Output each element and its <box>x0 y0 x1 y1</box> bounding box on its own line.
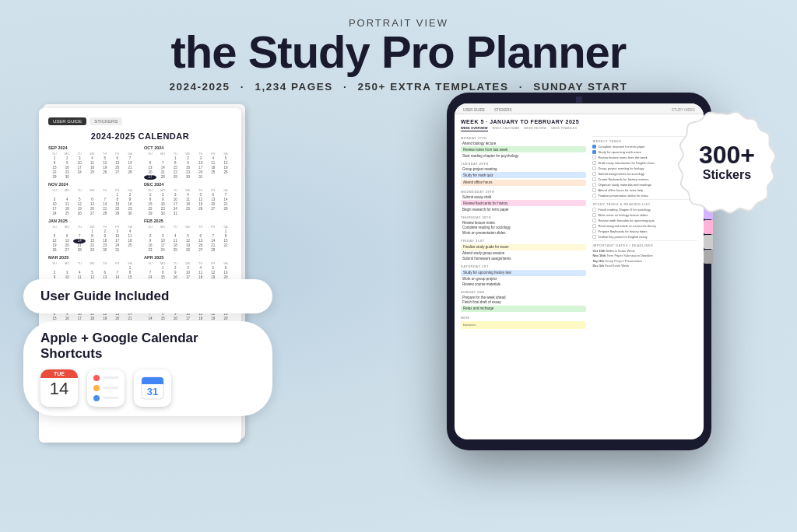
reminders-icon <box>87 369 125 407</box>
dec-2024: DEC 2024 SUMOTUWETHFRSA 1234567 89101112… <box>144 182 232 216</box>
tablet-camera <box>576 96 582 103</box>
week-nav-finances[interactable]: WEEK FINANCES <box>551 126 577 131</box>
dec-title: DEC 2024 <box>144 182 232 187</box>
shortcuts-badge: Apple + Google Calendar Shortcuts TUE 14 <box>23 321 272 416</box>
main-container: PORTRAIT VIEW the Study Pro Planner 2024… <box>0 0 797 532</box>
jan-grid: SUMOTUWETHFRSA 1234 567891011 1213141516… <box>48 225 136 253</box>
nov-2024: NOV 2024 SUMOTUWETHFRSA 12 3456789 10111… <box>48 182 136 216</box>
cal-tab-stickers: STICKERS <box>90 117 122 125</box>
sticker-badge: 300+ Stickers <box>672 108 781 217</box>
dot2: · <box>343 81 347 93</box>
jan-2025: JAN 2025 SUMOTUWETHFRSA 1234 567891011 1… <box>48 219 136 253</box>
cal-row-2: NOV 2024 SUMOTUWETHFRSA 12 3456789 10111… <box>48 182 232 216</box>
week-nav: WEEK OVERVIEW WEEK CALENDAR WEEK REVIEW … <box>461 126 697 131</box>
oct-title: OCT 2024 <box>144 145 232 150</box>
tablet-two-col: MONDAY 27TH Attend biology lecture Revie… <box>461 136 697 329</box>
shortcuts-icons: TUE 14 <box>40 369 255 407</box>
week-nav-review[interactable]: WEEK REVIEW <box>524 126 546 131</box>
tablet-container: USER GUIDE STICKERS STUDY INDEX WEEK 5 ·… <box>447 93 711 450</box>
templates-label: 250+ EXTRA TEMPLATES <box>357 81 508 93</box>
svg-text:31: 31 <box>147 386 158 397</box>
day-thursday: THURSDAY 30TH Review lecture notes Compl… <box>461 215 586 235</box>
cal-title: 2024-2025 CALENDAR <box>48 131 232 141</box>
subtitle-row: 2024-2025 · 1,234 PAGES · 250+ EXTRA TEM… <box>170 81 628 93</box>
feb-grid: SUMOTUWETHFRSA 1 2345678 9101112131415 1… <box>144 225 232 253</box>
feature-badges: User Guide Included Apple + Google Calen… <box>23 279 272 416</box>
content-area: USER GUIDE STICKERS 2024-2025 CALENDAR S… <box>0 93 797 532</box>
main-title: the Study Pro Planner <box>170 29 628 76</box>
week-header: WEEK 5 · JANUARY TO FEBRUARY 2025 <box>461 119 697 124</box>
mar-title: MAR 2025 <box>48 255 136 260</box>
header-section: PORTRAIT VIEW the Study Pro Planner 2024… <box>170 0 628 93</box>
study-task-5: Prepare flashcards for history dates <box>592 229 697 234</box>
sep-title: SEP 2024 <box>48 145 136 150</box>
day-sunday: SUNDAY 2ND Prepare for the week ahead Fi… <box>461 290 586 312</box>
oct-grid: SU MO TU WE TH FR SA 1 2 3 4 <box>144 152 232 180</box>
user-guide-text: User Guide Included <box>40 289 169 304</box>
sticker-label: Stickers <box>699 167 755 182</box>
week-nav-overview[interactable]: WEEK OVERVIEW <box>461 126 488 131</box>
sticker-wavy-container: 300+ Stickers <box>672 108 781 217</box>
study-task-6: Outline key points for English essay <box>592 235 697 240</box>
apple-cal-day: TUE <box>40 369 78 378</box>
feb-2025: FEB 2025 SUMOTUWETHFRSA 1 2345678 910111… <box>144 219 232 253</box>
cal-row-1: SEP 2024 SU MO TU WE TH FR SA 1 2 3 <box>48 145 232 180</box>
sep-2024: SEP 2024 SU MO TU WE TH FR SA 1 2 3 <box>48 145 136 180</box>
left-panel: USER GUIDE STICKERS 2024-2025 CALENDAR S… <box>23 100 272 532</box>
day-tuesday: TUESDAY 28TH Group project meeting Study… <box>461 162 586 186</box>
day-friday: FRIDAY 31ST Finalize study guide for exa… <box>461 239 586 261</box>
start-label: SUNDAY START <box>533 81 627 93</box>
sep-grid: SU MO TU WE TH FR SA 1 2 3 4 5 6 <box>48 152 136 180</box>
week-nav-calendar[interactable]: WEEK CALENDAR <box>493 126 520 131</box>
cal-tabs: USER GUIDE STICKERS <box>48 117 232 125</box>
dot1: · <box>241 81 244 93</box>
brainstorm-note: NOTE brainstorm <box>461 316 586 329</box>
day-wednesday: WEDNESDAY 29TH Submit essay draft Review… <box>461 190 586 212</box>
oct-2024: OCT 2024 SU MO TU WE TH FR SA 1 <box>144 145 232 180</box>
day-saturday: SATURDAY 1ST Study for upcoming history … <box>461 264 586 286</box>
reminder-dot-orange <box>93 385 100 391</box>
sticker-content: 300+ Stickers <box>699 142 755 182</box>
dot3: · <box>519 81 523 93</box>
tab-user-guide[interactable]: USER GUIDE <box>459 107 489 114</box>
year-label: 2024-2025 <box>170 81 230 93</box>
tablet-left-col: MONDAY 27TH Attend biology lecture Revie… <box>461 136 586 329</box>
tablet-main-content: WEEK 5 · JANUARY TO FEBRUARY 2025 WEEK O… <box>455 114 704 334</box>
reminder-dot-red <box>93 375 100 381</box>
svg-rect-2 <box>142 381 163 384</box>
cal-tab-userguide: USER GUIDE <box>48 117 86 125</box>
google-calendar-icon: 31 <box>134 369 171 407</box>
important-dates-header: IMPORTANT DATES / DEADLINES <box>592 240 697 247</box>
jan-title: JAN 2025 <box>48 219 136 223</box>
sticker-count: 300+ <box>699 142 755 167</box>
tablet-screen: USER GUIDE STICKERS STUDY INDEX WEEK 5 ·… <box>455 103 704 439</box>
reminder-dot-blue <box>93 395 100 401</box>
dec-grid: SUMOTUWETHFRSA 1234567 891011121314 1516… <box>144 188 232 216</box>
tablet-device: USER GUIDE STICKERS STUDY INDEX WEEK 5 ·… <box>447 93 711 450</box>
day-monday: MONDAY 27TH Attend biology lecture Revie… <box>461 136 586 158</box>
shortcuts-title: Apple + Google Calendar Shortcuts <box>40 331 255 362</box>
user-guide-badge: User Guide Included <box>23 279 272 313</box>
tablet-tabs: USER GUIDE STICKERS STUDY INDEX <box>455 103 704 114</box>
may-title: APR 2025 <box>144 255 232 260</box>
nov-title: NOV 2024 <box>48 182 136 187</box>
study-task-4: Read assigned article on economic theory <box>592 224 697 229</box>
apple-cal-date: 14 <box>50 380 68 397</box>
apple-calendar-icon: TUE 14 <box>40 369 78 407</box>
nov-grid: SUMOTUWETHFRSA 12 3456789 10111213141516… <box>48 188 136 216</box>
pages-label: 1,234 PAGES <box>255 81 332 93</box>
cal-row-3: JAN 2025 SUMOTUWETHFRSA 1234 567891011 1… <box>48 219 232 253</box>
tab-stickers[interactable]: STICKERS <box>490 107 516 114</box>
feb-title: FEB 2025 <box>144 219 232 223</box>
study-task-3: Review math formulas for upcoming quiz <box>592 219 697 223</box>
